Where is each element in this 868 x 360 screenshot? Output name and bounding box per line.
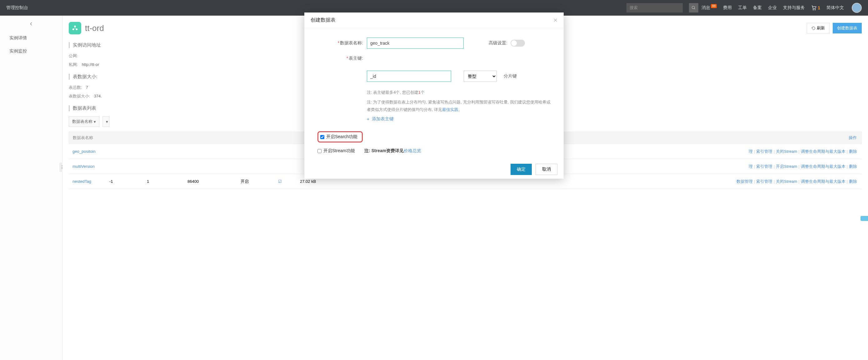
shard-label: 分片键 (504, 73, 517, 79)
enable-stream-checkbox[interactable] (317, 149, 321, 153)
enable-search-label: 开启Search功能 (326, 134, 358, 140)
best-practice-link[interactable]: 最佳实践 (442, 107, 458, 112)
enable-stream-label: 开启Stream功能 (323, 148, 355, 154)
enable-search-checkbox[interactable] (320, 135, 324, 139)
create-table-dialog: 创建数据表 × *数据表名称: 高级设置: *表主键: 整型 分片键 (304, 12, 564, 179)
table-name-input[interactable] (367, 37, 464, 49)
pk-label: 表主键: (349, 56, 363, 61)
note-pk-dist: 注: 为了使得数据在表上分布均匀, 避免读写热点问题, 充分利用预留读写吞吐量,… (367, 98, 554, 113)
stream-note: 注: Stream资费详见价格总览 (364, 148, 421, 154)
enable-stream-row: 开启Stream功能 (317, 148, 355, 154)
advanced-toggle[interactable] (510, 40, 525, 47)
pk-name-input[interactable] (367, 71, 451, 82)
close-icon[interactable]: × (553, 16, 557, 24)
pricing-link[interactable]: 价格总览 (404, 148, 421, 153)
confirm-button[interactable]: 确定 (510, 164, 532, 175)
advanced-label: 高级设置: (489, 40, 507, 46)
cancel-button[interactable]: 取消 (535, 164, 557, 175)
dialog-mask: 创建数据表 × *数据表名称: 高级设置: *表主键: 整型 分片键 (0, 0, 868, 360)
add-pk-button[interactable]: + 添加表主键 (367, 116, 554, 122)
dialog-title: 创建数据表 (311, 17, 336, 24)
note-pk-count: 注: 表主键最多4个, 您已创建1个 (367, 89, 554, 96)
plus-icon: + (367, 117, 369, 122)
enable-search-highlight: 开启Search功能 (317, 131, 363, 143)
pk-type-select[interactable]: 整型 (464, 71, 497, 82)
table-name-label: 数据表名称: (340, 40, 363, 45)
